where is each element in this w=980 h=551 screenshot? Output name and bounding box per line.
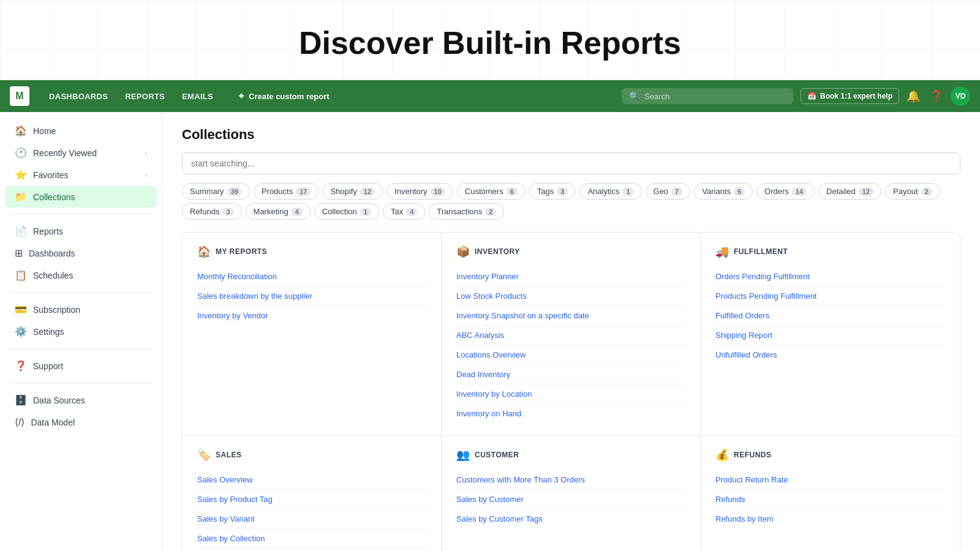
report-section-refunds: 💰REFUNDSProduct Return RateRefundsRefund… [701, 436, 960, 551]
filter-tab-label: Tax [391, 207, 403, 216]
report-link-customers-with-more-than-3-orders[interactable]: Customers with More Than 3 Orders [456, 470, 685, 490]
star-icon: ✦ [238, 91, 245, 101]
sidebar-item-recently-viewed[interactable]: 🕐Recently Viewed› [5, 142, 157, 163]
filter-tab-count: 10 [431, 187, 445, 196]
report-link-sales-by-customer[interactable]: Sales by Customer [456, 490, 685, 509]
section-header-refunds: 💰REFUNDS [715, 448, 945, 462]
filter-tab-count: 5 [734, 187, 745, 196]
filter-tab-label: Geo [654, 187, 669, 196]
dashboards-icon: ⊞ [15, 247, 23, 259]
reports-icon: 📄 [15, 225, 27, 237]
filter-tab-refunds[interactable]: Refunds3 [182, 203, 242, 220]
filter-tab-label: Inventory [394, 187, 427, 196]
report-link-fulfilled-orders[interactable]: Fulfilled Orders [715, 306, 945, 326]
filter-tab-count: 39 [227, 187, 242, 196]
filter-tab-customers[interactable]: Customers6 [457, 183, 526, 200]
main-content: Collections Summary39Products17Shopify12… [162, 112, 980, 551]
notifications-button[interactable]: 🔔 [904, 87, 922, 105]
filter-tab-count: 3 [557, 187, 568, 196]
sidebar-label-dashboards: Dashboards [29, 249, 147, 258]
filter-tab-count: 12 [859, 187, 873, 196]
report-link-inventory-by-vendor[interactable]: Inventory by Vendor [197, 306, 426, 325]
sidebar-item-subscription[interactable]: 💳Subscription [5, 299, 157, 320]
report-link-sales-breakdown-by-the-supplier[interactable]: Sales breakdown by the supplier [197, 287, 426, 306]
sidebar-item-data-model[interactable]: ⟨/⟩Data Model [5, 411, 157, 433]
report-link-monthly-reconciliation[interactable]: Monthly Reconciliation [197, 267, 426, 287]
schedules-icon: 📋 [15, 269, 27, 281]
sidebar-item-schedules[interactable]: 📋Schedules [5, 264, 157, 286]
report-link-sales-by-product-tag[interactable]: Sales by Product Tag [197, 490, 426, 509]
report-link-abc-analysis[interactable]: ABC Analysis [456, 326, 685, 345]
navbar-search[interactable]: 🔍 [622, 88, 793, 104]
filter-tabs: Summary39Products17Shopify12Inventory10C… [182, 183, 960, 220]
sidebar-item-data-sources[interactable]: 🗄️Data Sources [5, 389, 157, 411]
sidebar-item-settings[interactable]: ⚙️Settings [5, 321, 157, 342]
filter-tab-marketing[interactable]: Marketing4 [246, 203, 311, 220]
report-link-unfulfilled-orders[interactable]: Unfulfilled Orders [715, 345, 945, 364]
filter-tab-label: Marketing [254, 207, 288, 216]
filter-tab-count: 12 [360, 187, 375, 196]
report-link-inventory-planner[interactable]: Inventory Planner [456, 267, 685, 287]
filter-tab-tags[interactable]: Tags3 [529, 183, 576, 200]
sidebar-label-home: Home [33, 126, 147, 136]
collections-search-input[interactable] [182, 152, 960, 174]
section-title-customer: CUSTOMER [475, 451, 519, 459]
report-link-low-stock-products[interactable]: Low Stock Products [456, 287, 685, 306]
report-link-inventory-snapshot-on-a-specific-date[interactable]: Inventory Snapshot on a specific date [456, 306, 685, 326]
filter-tab-summary[interactable]: Summary39 [182, 183, 250, 200]
filter-tab-collection[interactable]: Collection1 [314, 203, 379, 220]
filter-tab-shopify[interactable]: Shopify12 [322, 183, 383, 200]
report-link-locations-overview[interactable]: Locations Overview [456, 345, 685, 365]
sidebar-item-support[interactable]: ❓Support [5, 355, 157, 377]
filter-tab-variants[interactable]: Variants5 [694, 183, 753, 200]
report-link-product-return-rate[interactable]: Product Return Rate [715, 470, 945, 490]
filter-tab-analytics[interactable]: Analytics1 [579, 183, 641, 200]
sidebar-label-support: Support [33, 361, 147, 371]
section-title-refunds: REFUNDS [734, 451, 772, 459]
report-link-orders-pending-fulfillment[interactable]: Orders Pending Fulfillment [715, 267, 945, 287]
report-link-sales-by-collection[interactable]: Sales by Collection [197, 529, 426, 549]
create-report-button[interactable]: ✦ Create custom report [230, 88, 336, 105]
calendar-icon: 📅 [807, 92, 816, 100]
section-header-fulfillment: 🚚FULFILLMENT [715, 245, 945, 258]
nav-item-emails[interactable]: EMAILS [175, 88, 221, 105]
filter-tab-inventory[interactable]: Inventory10 [386, 183, 453, 200]
sidebar-item-favorites[interactable]: ⭐Favorites› [5, 164, 157, 186]
filter-tab-tax[interactable]: Tax4 [383, 203, 425, 220]
filter-tab-products[interactable]: Products17 [254, 183, 319, 200]
sidebar-item-collections[interactable]: 📁Collections [5, 186, 157, 208]
filter-tab-geo[interactable]: Geo7 [646, 183, 691, 200]
section-icon-refunds: 💰 [715, 448, 729, 462]
report-link-inventory-on-hand[interactable]: Inventory on Hand [456, 404, 685, 423]
report-link-sales-by-customer-tags[interactable]: Sales by Customer Tags [456, 509, 685, 528]
logo[interactable]: M [10, 86, 29, 106]
nav-item-reports[interactable]: REPORTS [118, 88, 172, 105]
avatar[interactable]: VD [951, 86, 970, 106]
report-link-refunds-by-item[interactable]: Refunds by Item [715, 509, 945, 528]
report-link-sales-by-variant[interactable]: Sales by Variant [197, 509, 426, 529]
help-button[interactable]: ❓ [927, 87, 946, 105]
report-link-dead-inventory[interactable]: Dead Inventory [456, 365, 685, 384]
report-link-refunds[interactable]: Refunds [715, 490, 945, 509]
report-link-shipping-report[interactable]: Shipping Report [715, 326, 945, 345]
report-link-products-pending-fulfillment[interactable]: Products Pending Fulfillment [715, 287, 945, 306]
filter-tab-transactions[interactable]: Transactions2 [429, 203, 504, 220]
hero-section: Discover Built-in Reports [0, 0, 980, 80]
nav-item-dashboards[interactable]: DASHBOARDS [42, 88, 115, 105]
filter-tab-label: Collection [322, 207, 357, 216]
report-link-sales-by-month[interactable]: Sales by Month [197, 549, 426, 551]
filter-tab-count: 3 [222, 208, 233, 216]
data-sources-icon: 🗄️ [15, 394, 27, 406]
report-link-inventory-by-location[interactable]: Inventory by Location [456, 384, 685, 404]
report-section-customer: 👥CUSTOMERCustomers with More Than 3 Orde… [442, 436, 701, 551]
subscription-icon: 💳 [15, 304, 27, 315]
report-link-sales-overview[interactable]: Sales Overview [197, 470, 426, 490]
search-input[interactable] [644, 92, 786, 101]
sidebar-item-home[interactable]: 🏠Home [5, 120, 157, 141]
sidebar-item-dashboards[interactable]: ⊞Dashboards [5, 242, 157, 264]
filter-tab-payout[interactable]: Payout2 [885, 183, 940, 200]
filter-tab-orders[interactable]: Orders14 [756, 183, 815, 200]
expert-help-button[interactable]: 📅 Book 1:1 expert help [801, 88, 899, 104]
filter-tab-detailed[interactable]: Detailed12 [818, 183, 881, 200]
sidebar-item-reports[interactable]: 📄Reports [5, 220, 157, 242]
